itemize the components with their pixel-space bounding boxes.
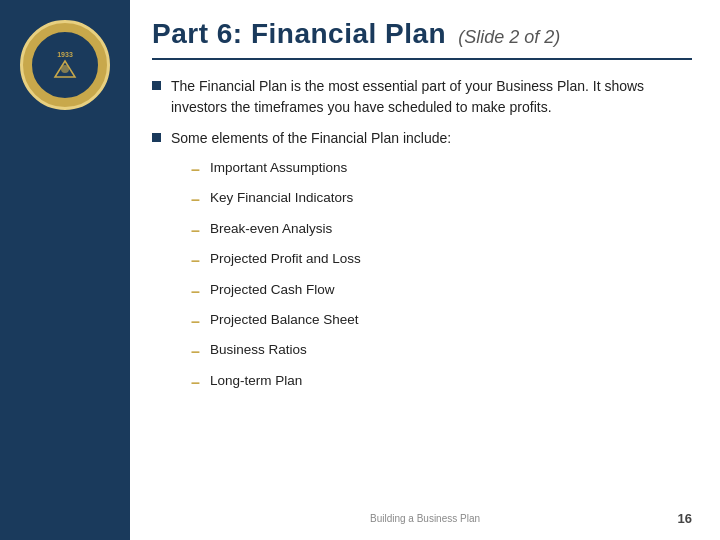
slide-subtitle: (Slide 2 of 2)	[458, 27, 560, 48]
dash-1: –	[191, 159, 200, 181]
sub-text-5: Projected Cash Flow	[210, 281, 335, 300]
dash-5: –	[191, 281, 200, 303]
sub-text-2: Key Financial Indicators	[210, 189, 353, 208]
sub-item-2: – Key Financial Indicators	[191, 189, 451, 211]
sub-text-4: Projected Profit and Loss	[210, 250, 361, 269]
sub-text-1: Important Assumptions	[210, 159, 347, 178]
body-content: The Financial Plan is the most essential…	[152, 76, 692, 402]
sub-item-6: – Projected Balance Sheet	[191, 311, 451, 333]
seal-year-text: 1933	[57, 51, 73, 59]
slide-title: Part 6: Financial Plan	[152, 18, 446, 50]
sub-text-3: Break-even Analysis	[210, 220, 332, 239]
dash-6: –	[191, 311, 200, 333]
seal-circle: 1933	[20, 20, 110, 110]
dash-4: –	[191, 250, 200, 272]
sub-item-5: – Projected Cash Flow	[191, 281, 451, 303]
sub-item-1: – Important Assumptions	[191, 159, 451, 181]
sub-item-3: – Break-even Analysis	[191, 220, 451, 242]
sub-item-7: – Business Ratios	[191, 341, 451, 363]
slide-container: 1933 Part 6: Financial Plan (Slide 2 of …	[0, 0, 720, 540]
sub-text-7: Business Ratios	[210, 341, 307, 360]
seal-area: 1933	[10, 10, 120, 120]
bullet-2-content: Some elements of the Financial Plan incl…	[171, 128, 451, 402]
bullet-text-2: Some elements of the Financial Plan incl…	[171, 130, 451, 146]
footer: Building a Business Plan 16	[130, 511, 720, 526]
bullet-text-1: The Financial Plan is the most essential…	[171, 76, 692, 118]
dash-8: –	[191, 372, 200, 394]
sidebar-strip: 1933	[0, 0, 130, 540]
bullet-square-1	[152, 81, 161, 90]
dash-2: –	[191, 189, 200, 211]
sub-item-8: – Long-term Plan	[191, 372, 451, 394]
main-content: Part 6: Financial Plan (Slide 2 of 2) Th…	[130, 0, 720, 540]
dash-7: –	[191, 341, 200, 363]
page-number: 16	[678, 511, 692, 526]
dash-3: –	[191, 220, 200, 242]
sub-text-6: Projected Balance Sheet	[210, 311, 359, 330]
seal-icon	[50, 59, 80, 79]
svg-point-0	[61, 65, 69, 73]
sub-text-8: Long-term Plan	[210, 372, 302, 391]
sub-list: – Important Assumptions – Key Financial …	[191, 159, 451, 394]
header-area: Part 6: Financial Plan (Slide 2 of 2)	[152, 18, 692, 60]
footer-center-text: Building a Business Plan	[370, 513, 480, 524]
bullet-item-1: The Financial Plan is the most essential…	[152, 76, 692, 118]
seal-inner: 1933	[30, 30, 100, 100]
sub-item-4: – Projected Profit and Loss	[191, 250, 451, 272]
bullet-item-2: Some elements of the Financial Plan incl…	[152, 128, 692, 402]
bullet-square-2	[152, 133, 161, 142]
